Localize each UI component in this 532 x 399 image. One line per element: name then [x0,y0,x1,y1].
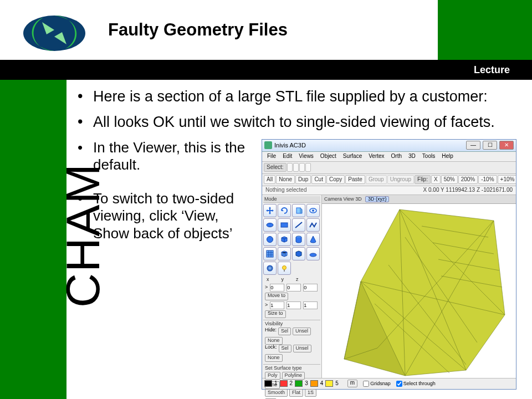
swatch-3[interactable] [295,380,303,387]
lock-sel[interactable]: Sel [279,345,291,352]
sphere-icon[interactable] [263,233,277,246]
select-mode-1[interactable] [287,163,293,172]
size-x-input[interactable] [270,301,284,309]
cone-icon[interactable] [306,233,320,246]
select-through-checkbox[interactable] [396,381,402,387]
rect-icon[interactable] [278,218,291,232]
viewport-tab[interactable]: 3D (xyz) [365,196,390,202]
svg-point-16 [267,265,273,271]
menu-surface[interactable]: Surface [340,153,365,160]
svg-point-15 [310,253,316,257]
select-mode-2[interactable] [293,163,299,172]
bullet-text: All looks OK until we switch to single-s… [93,113,521,131]
btn-all[interactable]: All [264,175,275,184]
tool-grid [263,204,320,275]
menubar: File Edit Views Object Surface Vertex Or… [262,152,516,162]
btn-none[interactable]: None [276,175,295,184]
ellipse-icon[interactable] [263,218,277,232]
line-icon[interactable] [292,218,305,232]
maximize-button[interactable]: ☐ [483,141,497,150]
minimize-button[interactable]: — [466,141,480,150]
visibility-section: Visibility Hide: Sel Unsel None Lock: Se… [263,320,320,363]
axis-z-label: z [296,277,299,282]
select-mode-4[interactable] [305,163,311,172]
menu-help[interactable]: Help [439,153,456,160]
menu-orth[interactable]: Orth [388,153,405,160]
lock-none[interactable]: None [265,354,283,362]
close-button[interactable]: ✕ [499,141,514,150]
bullet-item: •To switch to two-sided viewing, click ‘… [78,190,255,242]
btn-m10[interactable]: -10% [478,175,497,184]
bullet-item: •All looks OK until we switch to single-… [78,113,521,131]
swatch-5[interactable] [325,380,333,387]
svg-point-9 [267,223,273,227]
bullet-item: •Here is a section of a large STL file s… [78,88,521,105]
gridsnap-checkbox[interactable] [363,381,369,387]
surf-1s[interactable]: 1S [305,389,316,397]
extrude-icon[interactable] [292,204,305,217]
polyline-icon[interactable] [306,218,320,232]
move-z-input[interactable] [303,284,318,291]
surf-flat[interactable]: Flat [289,389,303,397]
selection-status: Nothing selected [265,187,418,193]
btn-p10[interactable]: +10% [498,175,516,184]
menu-object[interactable]: Object [318,153,339,160]
viewport-canvas[interactable] [322,204,516,378]
btn-dup[interactable]: Dup [295,175,311,184]
hide-none[interactable]: None [265,337,283,345]
swatch-1[interactable] [264,380,272,387]
surf-smooth[interactable]: Smooth [265,389,288,397]
hide-unsel[interactable]: Unsel [293,328,311,335]
move-y-input[interactable] [287,284,301,291]
solid-sphere-icon[interactable] [263,262,277,275]
menu-3d[interactable]: 3D [406,153,418,160]
hide-label: Hide: [265,328,277,335]
grid-cube-icon[interactable] [278,247,291,260]
cylinder-icon[interactable] [292,233,305,246]
menu-vertex[interactable]: Vertex [366,153,387,160]
app-title: Inivis AC3D [274,142,464,149]
viewport-3d[interactable]: Camera View 3D 3D (xyz) [322,195,516,378]
mesh-icon[interactable] [263,247,277,260]
move-to-button[interactable]: Move to [265,293,288,300]
btn-50[interactable]: 50% [441,175,458,184]
lecture-label: Lecture [474,60,510,80]
btn-200[interactable]: 200% [458,175,478,184]
menu-edit[interactable]: Edit [280,153,295,160]
menu-views[interactable]: Views [296,153,316,160]
eye-icon[interactable] [306,204,320,217]
menu-tools[interactable]: Tools [420,153,438,160]
size-to-button[interactable]: Size to [265,310,286,318]
cursor-coordinates: X 0.00 Y 1119942.13 Z -1021671.00 [423,187,513,193]
box-icon[interactable] [278,233,291,246]
btn-flip-x[interactable]: X [431,175,441,184]
surf-poly[interactable]: Poly [265,372,280,380]
surf-polyline[interactable]: Polyline [282,372,305,380]
btn-cut[interactable]: Cut [311,175,326,184]
size-z-input[interactable] [303,301,318,309]
move-x-input[interactable] [270,284,284,291]
mode-label: Mode [263,196,320,203]
swatch-4[interactable] [310,380,318,387]
select-through-toggle[interactable]: Select through [396,381,436,387]
hide-sel[interactable]: Sel [278,328,291,335]
rotate-icon[interactable] [278,204,291,217]
btn-copy[interactable]: Copy [326,175,345,184]
btn-paste[interactable]: Paste [345,175,365,184]
svg-point-17 [283,265,287,269]
select-mode-3[interactable] [299,163,305,172]
units-m[interactable]: m [347,380,357,387]
accent-panel-top-right [438,0,532,60]
swatch-2[interactable] [280,380,288,387]
move-icon[interactable] [263,204,277,217]
gridsnap-toggle[interactable]: Gridsnap [363,381,391,387]
light-icon[interactable] [278,262,291,275]
btn-ungroup[interactable]: Ungroup [387,175,414,184]
menu-file[interactable]: File [264,153,279,160]
disk-icon[interactable] [306,247,320,260]
solid-cube-icon[interactable] [292,247,305,260]
lock-unsel[interactable]: Unsel [293,345,311,352]
size-y-input[interactable] [287,301,301,309]
coord-panel: x y z > Move to [263,276,320,319]
btn-group[interactable]: Group [366,175,387,184]
